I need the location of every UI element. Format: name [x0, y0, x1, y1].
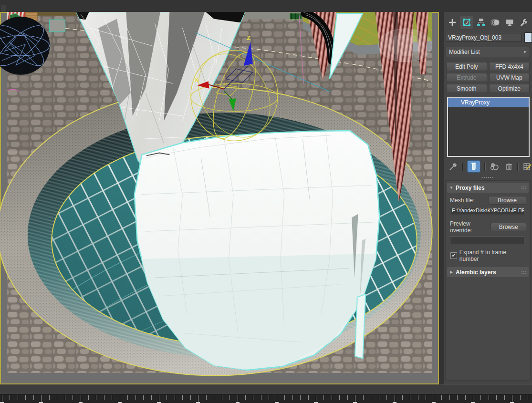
trackbar-tick: [18, 395, 18, 400]
extrude-button: Extrude: [446, 73, 487, 82]
modifier-list-label: Modifier List: [449, 49, 480, 55]
trackbar-tick: [269, 395, 269, 400]
uvw-map-button[interactable]: UVW Map: [489, 73, 530, 82]
trackbar-tick: [473, 395, 473, 402]
expand-frame-number-row: ✔ Expand # to frame number: [450, 249, 526, 262]
gizmo-x-label: X: [195, 77, 199, 83]
expand-frame-number-checkbox[interactable]: ✔: [450, 252, 457, 259]
make-unique-button[interactable]: [490, 162, 500, 171]
tab-hierarchy[interactable]: [474, 16, 488, 29]
trackbar-tick: [512, 395, 512, 402]
command-panel-tabs: [446, 16, 531, 29]
modify-icon: [462, 18, 471, 27]
show-end-result-button[interactable]: [467, 160, 480, 173]
trackbar-tick: [112, 395, 112, 400]
time-slider-bar[interactable]: [0, 384, 532, 394]
tab-create[interactable]: [446, 16, 459, 29]
trackbar-tick: [520, 395, 521, 400]
wrench-icon: [519, 18, 529, 27]
ffd-4x4x4-button[interactable]: FFD 4x4x4: [489, 62, 530, 71]
rollout-proxy-files[interactable]: ▼ Proxy files: [447, 183, 529, 193]
optimize-button[interactable]: Optimize: [489, 84, 530, 93]
trackbar-tick: [222, 395, 222, 400]
trackbar-tick: [292, 395, 293, 400]
trackbar-tick: [395, 395, 395, 402]
viewport-3d[interactable]: X Z: [0, 12, 439, 384]
tab-utilities[interactable]: [517, 16, 531, 29]
trackbar-tick: [190, 395, 191, 400]
rollout-scroll-handle[interactable]: ••••••: [444, 176, 532, 179]
trackbar-tick: [489, 395, 489, 400]
trackbar-tick: [449, 395, 450, 400]
trackbar-tick: [465, 395, 466, 400]
mesh-file-label: Mesh file:: [450, 197, 474, 204]
edit-poly-button[interactable]: Edit Poly: [446, 62, 487, 71]
trackbar-tick: [300, 395, 301, 400]
motion-icon: [490, 18, 500, 27]
trackbar-tick: [441, 395, 442, 400]
viewport-3d-scene[interactable]: X Z: [0, 12, 439, 384]
trackbar-tick: [167, 395, 167, 400]
trackbar-tick: [371, 395, 371, 400]
trackbar-tick: [104, 395, 104, 400]
trackbar-tick: [480, 395, 481, 400]
rollout-grip-icon: [521, 185, 526, 191]
teal-outlined-box: [49, 20, 65, 31]
viewport-panel-divider[interactable]: [439, 12, 444, 384]
hierarchy-icon: [476, 18, 486, 27]
trackbar-tick: [73, 395, 73, 400]
tab-display[interactable]: [503, 16, 516, 29]
mesh-file-path-field[interactable]: E:\YandexDisk\КУРСОВЫЕ ПРОЕКТЫ: [450, 207, 524, 215]
rollout-alembic-layers[interactable]: ▶ Alembic layers: [447, 267, 529, 277]
trackbar-tick: [214, 395, 214, 400]
tab-motion[interactable]: [489, 16, 502, 29]
mesh-file-browse-button[interactable]: Browse: [488, 196, 526, 205]
trackbar-tick: [175, 395, 175, 400]
configure-modifier-sets-button[interactable]: [522, 162, 532, 171]
preview-override-browse-button[interactable]: Browse: [490, 223, 526, 231]
rollout-grip-icon: [521, 269, 526, 276]
trackbar-tick: [182, 395, 183, 400]
rollout-collapsed-icon: ▶: [447, 270, 456, 274]
make-unique-icon: [490, 162, 500, 171]
plus-icon: [448, 18, 457, 27]
trackbar-tick: [229, 395, 230, 400]
trackbar-tick: [41, 395, 42, 402]
trackbar-tick: [136, 395, 136, 400]
toolbar-tab-stub: [1, 5, 6, 12]
trackbar-tick: [127, 395, 128, 400]
remove-modifier-button[interactable]: [504, 162, 513, 171]
object-color-swatch[interactable]: [524, 32, 532, 42]
toolbar-separator: [484, 163, 486, 171]
stack-item-vrayproxy[interactable]: VRayProxy: [448, 98, 529, 107]
stack-toolbar: [449, 160, 532, 173]
trackbar-tick: [402, 395, 403, 400]
trackbar-tick: [10, 395, 10, 400]
main-toolbar: [0, 0, 532, 12]
modifier-list-dropdown[interactable]: Modifier List ▼: [446, 47, 530, 57]
smooth-button[interactable]: Smooth: [446, 84, 487, 93]
track-bar[interactable]: [0, 394, 532, 403]
trackbar-tick: [277, 395, 277, 402]
trackbar-tick: [332, 395, 332, 400]
pin-stack-button[interactable]: [449, 162, 458, 171]
trackbar-tick: [363, 395, 364, 400]
preview-override-field[interactable]: [450, 236, 524, 244]
trackbar-tick: [151, 395, 152, 400]
object-name-field[interactable]: [446, 33, 522, 42]
trackbar-tick: [206, 395, 207, 400]
toolbar-separator: [517, 163, 519, 171]
toolbar-separator: [462, 163, 463, 171]
rollout-region: ▼ Proxy files Mesh file: Browse E:\Yande…: [445, 180, 531, 381]
trackbar-tick: [198, 395, 198, 402]
rollout-expanded-icon: ▼: [447, 186, 456, 190]
trackbar-tick: [96, 395, 96, 400]
trackbar-tick: [261, 395, 261, 400]
rollout-title: Proxy files: [456, 185, 485, 191]
preview-override-label: Preview override:: [450, 220, 490, 234]
trackbar-tick: [88, 395, 89, 400]
trackbar-tick: [245, 395, 246, 400]
modifier-stack[interactable]: VRayProxy: [447, 97, 530, 157]
trackbar-tick: [496, 395, 497, 400]
tab-modify[interactable]: [460, 16, 473, 29]
